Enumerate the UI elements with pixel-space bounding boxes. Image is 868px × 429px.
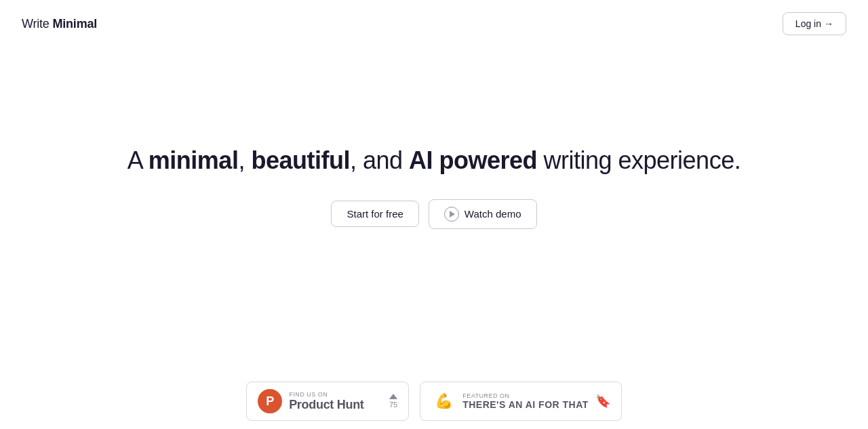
ai-muscle-icon: 💪 [431, 389, 456, 413]
svg-text:💪: 💪 [435, 392, 454, 410]
product-hunt-badge[interactable]: P FIND US ON Product Hunt 75 [246, 382, 409, 421]
ai-name: THERE'S AN AI FOR THAT [462, 399, 589, 410]
hero-title-and: , and [350, 146, 409, 174]
hero-title-rest: writing experience. [537, 146, 741, 174]
ph-vote-count: 75 [389, 401, 397, 409]
product-hunt-icon: P [258, 389, 282, 413]
ai-text: FEATURED ON THERE'S AN AI FOR THAT [462, 392, 589, 410]
hero-title-minimal: minimal [149, 146, 239, 174]
hero-title-ai: AI powered [409, 146, 537, 174]
hero-buttons: Start for free Watch demo [331, 199, 536, 229]
ph-letter: P [266, 394, 274, 409]
ph-text: FIND US ON Product Hunt [289, 391, 363, 412]
watch-demo-button[interactable]: Watch demo [429, 199, 537, 229]
ai-for-that-badge[interactable]: 💪 FEATURED ON THERE'S AN AI FOR THAT 🔖 [420, 382, 622, 421]
ph-name: Product Hunt [289, 398, 363, 412]
badges-section: P FIND US ON Product Hunt 75 💪 FEATURED … [0, 382, 868, 429]
start-for-free-button[interactable]: Start for free [331, 201, 418, 227]
start-label: Start for free [347, 208, 403, 220]
play-triangle [450, 211, 455, 218]
play-icon [444, 207, 459, 222]
ai-featured-label: FEATURED ON [462, 392, 589, 399]
hero-section: A minimal, beautiful, and AI powered wri… [0, 0, 868, 429]
ai-bookmark-icon: 🔖 [595, 394, 610, 409]
ph-find-label: FIND US ON [289, 391, 363, 398]
hero-title-beautiful: beautiful [251, 146, 350, 174]
hero-title-a: A [127, 146, 149, 174]
hero-title: A minimal, beautiful, and AI powered wri… [127, 146, 741, 175]
watch-label: Watch demo [465, 208, 521, 220]
ph-arrow-icon [389, 394, 397, 399]
hero-title-comma: , [238, 146, 251, 174]
ph-votes: 75 [389, 394, 397, 409]
